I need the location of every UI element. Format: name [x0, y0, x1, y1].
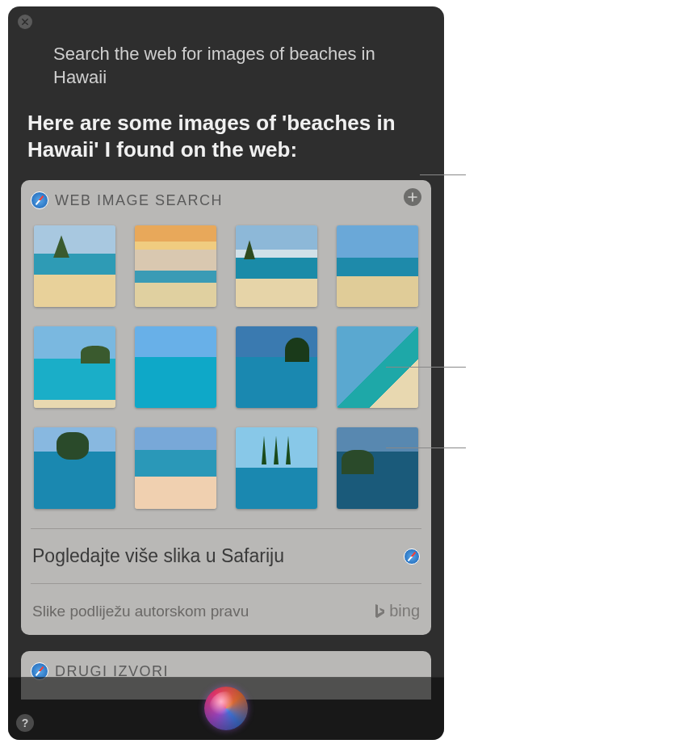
image-results-grid: [31, 219, 421, 522]
image-result[interactable]: [135, 427, 216, 509]
callout-line: [420, 174, 466, 175]
bottom-bar: ?: [8, 677, 444, 740]
image-result[interactable]: [135, 225, 216, 307]
siri-activate-button[interactable]: [204, 687, 248, 730]
see-more-in-safari-row[interactable]: Pogledajte više slika u Safariju: [31, 536, 421, 577]
image-result[interactable]: [34, 225, 115, 307]
user-query-text: Search the web for images of beaches in …: [8, 6, 444, 89]
see-more-label: Pogledajte više slika u Safariju: [32, 545, 284, 567]
plus-icon: [408, 192, 417, 202]
safari-icon: [31, 191, 48, 209]
image-result[interactable]: [337, 225, 418, 307]
callout-line: [386, 448, 466, 448]
siri-response-text: Here are some images of 'beaches in Hawa…: [8, 89, 444, 162]
provider-attribution: bing: [373, 602, 420, 620]
image-result[interactable]: [236, 225, 317, 307]
card-header: WEB IMAGE SEARCH: [31, 188, 421, 219]
help-button[interactable]: ?: [16, 714, 34, 732]
copyright-notice: Slike podliježu autorskom pravu: [32, 603, 249, 620]
bing-icon: [373, 603, 386, 620]
divider: [31, 528, 421, 529]
divider: [31, 583, 421, 584]
image-result[interactable]: [135, 326, 216, 408]
help-icon: ?: [22, 716, 29, 729]
provider-name: bing: [389, 602, 420, 620]
card-title: WEB IMAGE SEARCH: [55, 192, 223, 209]
image-result[interactable]: [34, 326, 115, 408]
close-button[interactable]: [18, 15, 32, 29]
siri-results-panel: Search the web for images of beaches in …: [8, 6, 444, 740]
image-result[interactable]: [236, 427, 317, 509]
card-footer: Slike podliježu autorskom pravu bing: [31, 590, 421, 625]
safari-icon: [404, 548, 420, 565]
image-result[interactable]: [337, 427, 418, 509]
callout-line: [386, 367, 466, 368]
image-result[interactable]: [34, 427, 115, 509]
close-icon: [22, 19, 28, 25]
web-image-search-card: WEB IMAGE SEARCH Pogledajte više slika u…: [21, 180, 431, 635]
image-result[interactable]: [236, 326, 317, 408]
